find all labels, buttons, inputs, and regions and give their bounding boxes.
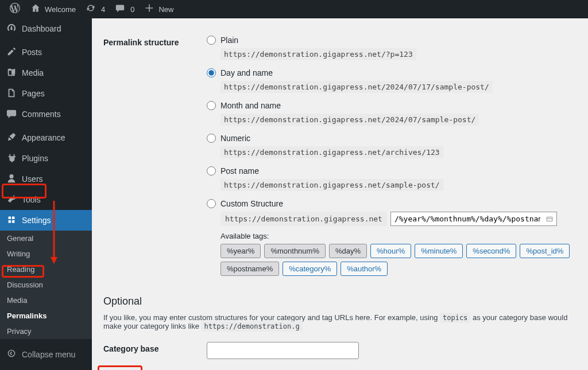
category-base-label: Category base (103, 342, 207, 353)
new-content[interactable]: New (139, 0, 178, 18)
option-day-name[interactable]: Day and name (207, 68, 577, 77)
menu-label: Dashboard (22, 24, 61, 33)
submenu-discussion[interactable]: Discussion (0, 277, 92, 293)
menu-label: Settings (22, 216, 51, 225)
submenu-reading[interactable]: Reading (0, 262, 92, 277)
appearance-icon (6, 132, 17, 143)
dashboard-icon (6, 23, 17, 34)
menu-tools[interactable]: Tools (0, 189, 92, 210)
users-icon (6, 173, 17, 185)
plain-example: https://demonstration.gigapress.net/?p=1… (220, 48, 416, 60)
permalink-structure-label: Permalink structure (103, 36, 207, 47)
option-custom[interactable]: Custom Structure (207, 199, 577, 208)
settings-submenu: General Writing Reading Discussion Media… (0, 231, 92, 339)
tag-hour[interactable]: %hour% (370, 244, 411, 258)
radio-custom[interactable] (207, 199, 216, 208)
radio-month-name[interactable] (207, 101, 216, 110)
tag-postname[interactable]: %postname% (220, 262, 279, 276)
radio-label: Custom Structure (220, 199, 283, 208)
menu-media[interactable]: Media (0, 63, 92, 83)
menu-users[interactable]: Users (0, 169, 92, 189)
tag-monthnum[interactable]: %monthnum% (264, 244, 326, 258)
input-card-icon (546, 215, 554, 223)
menu-pages[interactable]: Pages (0, 83, 92, 104)
posts-icon (6, 46, 17, 58)
submenu-permalinks[interactable]: Permalinks (0, 308, 92, 324)
radio-numeric[interactable] (207, 134, 216, 143)
menu-label: Comments (22, 110, 61, 119)
tag-category[interactable]: %category% (283, 262, 337, 276)
submenu-media[interactable]: Media (0, 293, 92, 308)
radio-day-name[interactable] (207, 68, 216, 77)
radio-label: Month and name (220, 101, 281, 110)
main-content: Permalink structure Plain https://demons… (92, 18, 588, 370)
day-name-example: https://demonstration.gigapress.net/2024… (220, 81, 493, 93)
updates[interactable]: 4 (80, 0, 110, 18)
available-tags: %year% %monthnum% %day% %hour% %minute% … (220, 244, 577, 276)
month-name-example: https://demonstration.gigapress.net/2024… (220, 114, 479, 126)
comments[interactable]: 0 (110, 0, 139, 18)
collapse-icon (6, 349, 17, 359)
menu-posts[interactable]: Posts (0, 42, 92, 63)
submenu-general[interactable]: General (0, 231, 92, 246)
menu-dashboard[interactable]: Dashboard (0, 18, 92, 39)
plus-icon (144, 3, 155, 15)
category-base-input[interactable] (207, 342, 359, 359)
tag-second[interactable]: %second% (466, 244, 516, 258)
menu-plugins[interactable]: Plugins (0, 148, 92, 169)
radio-label: Plain (220, 36, 238, 45)
pages-icon (6, 88, 17, 99)
option-plain[interactable]: Plain (207, 36, 577, 45)
numeric-example: https://demonstration.gigapress.net/arch… (220, 146, 443, 158)
optional-heading: Optional (103, 295, 577, 307)
radio-label: Post name (220, 166, 259, 176)
tag-day[interactable]: %day% (329, 244, 367, 258)
new-label: New (158, 5, 173, 14)
collapse-menu[interactable]: Collapse menu (0, 345, 92, 364)
plugins-icon (6, 153, 17, 164)
media-icon (6, 67, 17, 79)
wordpress-icon (9, 3, 21, 15)
radio-label: Day and name (220, 68, 273, 77)
optional-description: If you like, you may enter custom struct… (103, 313, 577, 330)
radio-plain[interactable] (207, 36, 216, 45)
radio-label: Numeric (220, 134, 250, 143)
option-post-name[interactable]: Post name (207, 166, 577, 176)
menu-comments[interactable]: Comments (0, 104, 92, 124)
tag-year[interactable]: %year% (220, 244, 261, 258)
menu-label: Pages (22, 89, 45, 98)
comments-count: 0 (130, 5, 134, 14)
collapse-label: Collapse menu (22, 350, 75, 359)
menu-label: Appearance (22, 133, 65, 142)
tools-icon (6, 194, 17, 205)
menu-label: Plugins (22, 154, 48, 163)
submenu-writing[interactable]: Writing (0, 246, 92, 262)
site-name-text: Welcome (45, 5, 76, 14)
home-icon (30, 3, 41, 15)
menu-settings[interactable]: Settings (0, 210, 92, 231)
custom-prefix: https://demonstration.gigapress.net (220, 212, 387, 226)
settings-icon (6, 215, 17, 226)
tag-author[interactable]: %author% (341, 262, 388, 276)
wp-logo[interactable] (5, 0, 25, 18)
post-name-example: https://demonstration.gigapress.net/samp… (220, 179, 443, 191)
radio-post-name[interactable] (207, 166, 216, 176)
custom-structure-input[interactable] (390, 212, 557, 226)
comment-icon (6, 108, 17, 120)
tag-postid[interactable]: %post_id% (520, 244, 570, 258)
updates-count: 4 (101, 5, 105, 14)
option-numeric[interactable]: Numeric (207, 134, 577, 143)
svg-point-0 (8, 350, 14, 356)
menu-label: Tools (22, 195, 41, 204)
comments-icon (114, 3, 126, 15)
submenu-privacy[interactable]: Privacy (0, 324, 92, 339)
site-name[interactable]: Welcome (25, 0, 80, 18)
option-month-name[interactable]: Month and name (207, 101, 577, 110)
available-tags-label: Available tags: (220, 232, 577, 240)
menu-appearance[interactable]: Appearance (0, 127, 92, 148)
menu-label: Media (22, 68, 44, 77)
admin-sidebar: Dashboard Posts Media Pages Comments App… (0, 18, 92, 370)
tag-minute[interactable]: %minute% (415, 244, 463, 258)
menu-label: Posts (22, 48, 42, 57)
menu-label: Users (22, 174, 43, 184)
